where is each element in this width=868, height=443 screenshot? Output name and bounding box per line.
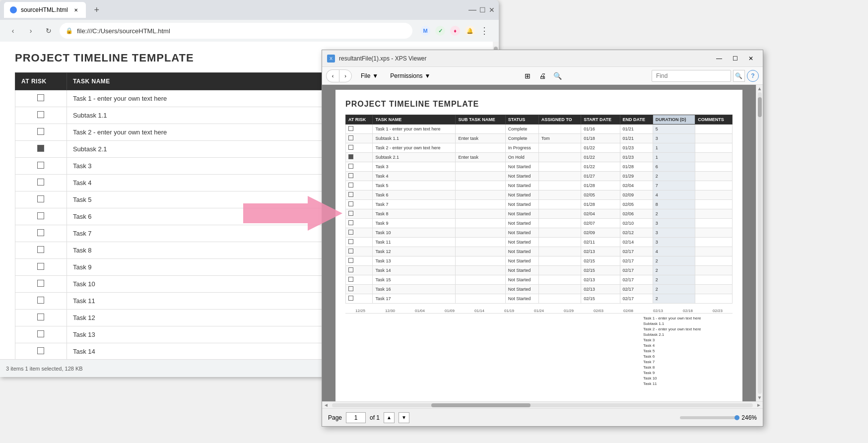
at-risk-checkbox[interactable] xyxy=(37,94,44,101)
xps-at-risk-checkbox[interactable] xyxy=(348,164,353,169)
at-risk-checkbox[interactable] xyxy=(37,145,44,152)
address-text: file:///C:/Users/sourceHTML.html xyxy=(77,27,170,35)
xps-at-risk-checkbox[interactable] xyxy=(348,239,353,244)
xps-help-button[interactable]: ? xyxy=(747,70,759,82)
back-button[interactable]: ‹ xyxy=(6,24,20,38)
ext-icon-2[interactable]: ✓ xyxy=(435,26,445,36)
xps-duration-cell: 2 xyxy=(653,294,695,304)
gantt-date-label: 02/23 xyxy=(703,309,733,313)
at-risk-checkbox[interactable] xyxy=(37,330,44,337)
xps-table-row: Task 17Not Started02/1502/172 xyxy=(346,294,733,304)
xps-col-duration: DURATION (D) xyxy=(653,115,695,125)
xps-page-of: of 1 xyxy=(370,414,380,421)
arrow-indicator xyxy=(243,193,342,233)
xps-cell-2 xyxy=(456,143,505,153)
xps-at-risk-checkbox[interactable] xyxy=(348,286,353,291)
new-tab-button[interactable]: + xyxy=(90,3,104,17)
at-risk-checkbox[interactable] xyxy=(37,229,44,236)
xps-at-risk-checkbox[interactable] xyxy=(348,258,353,263)
xps-close-button[interactable]: ✕ xyxy=(744,53,758,64)
xps-at-risk-checkbox[interactable] xyxy=(348,211,353,216)
xps-cell-6: 01/23 xyxy=(620,153,653,162)
xps-cell-1: Task 2 - enter your own text here xyxy=(373,143,456,153)
xps-col-comments: COMMENTS xyxy=(695,115,733,125)
xps-at-risk-checkbox[interactable] xyxy=(348,267,353,272)
window-close-button[interactable]: ✕ xyxy=(489,6,495,14)
at-risk-checkbox[interactable] xyxy=(37,314,44,320)
xps-at-risk-checkbox[interactable] xyxy=(348,296,353,301)
xps-cell-3: Not Started xyxy=(505,238,538,247)
window-maximize-button[interactable]: ☐ xyxy=(479,6,486,14)
xps-at-risk-checkbox[interactable] xyxy=(348,183,353,188)
xps-cell-4 xyxy=(538,181,581,190)
ext-icon-3[interactable]: ♦ xyxy=(450,26,460,36)
xps-zoom-button[interactable]: 🔍 xyxy=(550,69,564,83)
xps-print-button[interactable]: 🖨 xyxy=(535,69,549,83)
xps-at-risk-checkbox[interactable] xyxy=(348,201,353,206)
xps-viewer-window: X resultantFile(1).xps - XPS Viewer — ☐ … xyxy=(322,50,763,427)
xps-prev-page-button[interactable]: ▲ xyxy=(384,412,395,423)
xps-cell-3: Complete xyxy=(505,125,538,134)
xps-maximize-button[interactable]: ☐ xyxy=(728,53,742,64)
gantt-date-label: 02/08 xyxy=(613,309,643,313)
at-risk-checkbox[interactable] xyxy=(37,111,44,118)
refresh-button[interactable]: ↻ xyxy=(42,24,56,38)
xps-page-input[interactable] xyxy=(346,412,366,423)
at-risk-checkbox[interactable] xyxy=(37,162,44,169)
xps-nav-forward-button[interactable]: › xyxy=(339,69,352,82)
xps-find-search-button[interactable]: 🔍 xyxy=(733,70,745,82)
xps-at-risk-checkbox[interactable] xyxy=(348,230,353,235)
xps-table-row: Task 13Not Started02/1502/172 xyxy=(346,256,733,266)
xps-grid-view-button[interactable]: ⊞ xyxy=(521,69,534,83)
xps-at-risk-checkbox[interactable] xyxy=(348,154,353,159)
xps-at-risk-checkbox[interactable] xyxy=(348,126,353,131)
xps-at-risk-checkbox[interactable] xyxy=(348,220,353,225)
xps-at-risk-checkbox[interactable] xyxy=(348,192,353,197)
xps-nav-back-button[interactable]: ‹ xyxy=(326,69,339,82)
at-risk-checkbox[interactable] xyxy=(37,280,44,287)
xps-find-input[interactable] xyxy=(652,70,731,82)
at-risk-checkbox[interactable] xyxy=(37,297,44,304)
gantt-date-label: 02/18 xyxy=(673,309,703,313)
ext-icon-1[interactable]: M xyxy=(420,26,430,36)
tab-close-button[interactable]: ✕ xyxy=(72,6,80,14)
xps-cell-2 xyxy=(456,190,505,200)
at-risk-checkbox[interactable] xyxy=(37,263,44,270)
gantt-legend-item: Task 4 xyxy=(643,343,733,348)
xps-cell-4 xyxy=(538,190,581,200)
browser-tab[interactable]: sourceHTML.html ✕ xyxy=(4,2,86,18)
xps-at-risk-checkbox[interactable] xyxy=(348,249,353,253)
xps-cell-6: 02/10 xyxy=(620,219,653,228)
at-risk-checkbox[interactable] xyxy=(37,195,44,202)
forward-button[interactable]: › xyxy=(24,24,38,38)
xps-minimize-button[interactable]: — xyxy=(712,53,726,64)
ext-icon-4[interactable]: 🔔 xyxy=(465,26,475,36)
gantt-legend-item: Subtask 1.1 xyxy=(643,321,733,326)
xps-permissions-menu[interactable]: Permissions ▼ xyxy=(385,70,435,81)
at-risk-checkbox[interactable] xyxy=(37,179,44,186)
at-risk-checkbox[interactable] xyxy=(37,347,44,354)
xps-find-box: 🔍 ? xyxy=(652,70,759,82)
more-options-button[interactable]: ⋮ xyxy=(480,25,489,36)
at-risk-checkbox[interactable] xyxy=(37,246,44,253)
xps-table-row: Task 11Not Started02/1102/143 xyxy=(346,238,733,247)
xps-cell-4 xyxy=(538,153,581,162)
xps-vscrollbar[interactable]: ▲ ▼ xyxy=(756,85,763,401)
xps-cell-2 xyxy=(456,285,505,294)
window-minimize-button[interactable]: — xyxy=(468,5,476,14)
xps-at-risk-checkbox[interactable] xyxy=(348,173,353,178)
xps-at-risk-checkbox[interactable] xyxy=(348,145,353,150)
xps-hscrollbar[interactable]: ◄ ► xyxy=(322,401,763,408)
xps-cell-4 xyxy=(538,209,581,219)
at-risk-checkbox[interactable] xyxy=(37,212,44,219)
xps-at-risk-checkbox[interactable] xyxy=(348,277,353,282)
xps-zoom-bar[interactable] xyxy=(680,416,739,419)
xps-duration-cell: 7 xyxy=(653,181,695,190)
xps-file-menu[interactable]: File ▼ xyxy=(356,70,383,81)
xps-scroll-area[interactable]: PROJECT TIMELINE TEMPLATE AT RISK TASK N… xyxy=(322,85,756,401)
at-risk-checkbox[interactable] xyxy=(37,128,44,135)
xps-at-risk-checkbox[interactable] xyxy=(348,135,353,140)
xps-next-page-button[interactable]: ▼ xyxy=(399,412,409,423)
address-bar[interactable]: 🔒 file:///C:/Users/sourceHTML.html xyxy=(60,23,412,39)
browser-navbar: ‹ › ↻ 🔒 file:///C:/Users/sourceHTML.html… xyxy=(0,20,499,42)
